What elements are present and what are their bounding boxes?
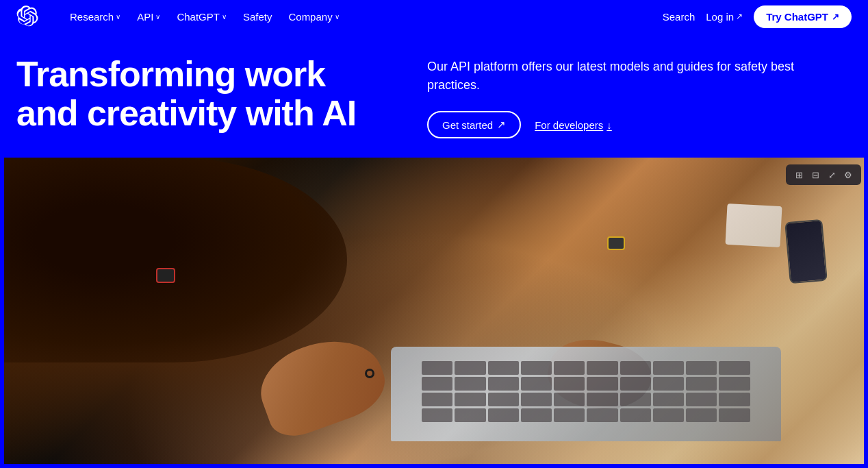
toolbar-minus-icon[interactable]: ⊟ (808, 167, 823, 182)
key (686, 393, 717, 406)
hero-left: Transforming work and creativity with AI (16, 55, 386, 133)
laptop (391, 347, 782, 441)
image-toolbar: ⊞ ⊟ ⤢ ⚙ (786, 164, 861, 185)
external-link-icon: ↗ (736, 12, 743, 21)
key (488, 408, 519, 422)
nav-safety[interactable]: Safety (236, 7, 279, 27)
key (587, 408, 617, 422)
key (554, 361, 585, 375)
arrow-icon: ↗ (497, 119, 506, 131)
key (521, 377, 552, 391)
key (554, 393, 585, 406)
key (686, 377, 717, 391)
hero-right: Our API platform offers our latest model… (427, 55, 852, 138)
key (620, 393, 651, 406)
nav-right: Search Log in ↗ Try ChatGPT ↗ (663, 5, 852, 28)
try-chatgpt-button[interactable]: Try ChatGPT ↗ (754, 5, 852, 28)
hand-ring (365, 369, 374, 378)
phone (784, 219, 828, 284)
chevron-down-icon: ∨ (116, 13, 120, 21)
key (554, 377, 585, 391)
key (587, 361, 617, 375)
nav-research[interactable]: Research ∨ (63, 7, 127, 27)
chevron-down-icon: ∨ (222, 13, 227, 21)
key (422, 361, 452, 375)
hero-buttons: Get started ↗ For developers ↓ (427, 111, 852, 138)
key (719, 361, 750, 375)
laptop-keys (422, 361, 750, 423)
key (686, 361, 717, 375)
watch-right (607, 236, 625, 250)
key (521, 393, 552, 406)
login-link[interactable]: Log in ↗ (706, 11, 743, 23)
key (455, 361, 485, 375)
for-developers-button[interactable]: For developers ↓ (535, 119, 612, 131)
key (422, 377, 452, 391)
key (455, 377, 485, 391)
toolbar-grid-icon[interactable]: ⊞ (791, 167, 806, 182)
chevron-down-icon: ∨ (335, 13, 340, 21)
key (488, 377, 519, 391)
key (422, 393, 452, 406)
key (719, 408, 750, 422)
hero-image (0, 158, 868, 468)
key (488, 361, 519, 375)
nav-api[interactable]: API ∨ (130, 7, 167, 27)
search-button[interactable]: Search (663, 7, 695, 27)
hero-description: Our API platform offers our latest model… (427, 58, 810, 95)
watch-left (156, 268, 175, 283)
hero-section: Transforming work and creativity with AI… (0, 33, 868, 158)
toolbar-expand-icon[interactable]: ⤢ (824, 167, 839, 182)
person-dark-area (0, 158, 347, 362)
hero-title: Transforming work and creativity with AI (16, 55, 386, 133)
nav-chatgpt[interactable]: ChatGPT ∨ (170, 7, 233, 27)
notebook (726, 204, 782, 247)
key (455, 393, 485, 406)
key (620, 377, 651, 391)
chevron-down-icon: ∨ (155, 13, 160, 21)
hero-image-wrapper: ⊞ ⊟ ⤢ ⚙ (0, 158, 868, 468)
openai-logo-icon (16, 5, 38, 27)
key (620, 408, 651, 422)
key (455, 408, 485, 422)
key (521, 361, 552, 375)
key (554, 408, 585, 422)
key (653, 377, 684, 391)
logo-link[interactable] (16, 5, 38, 27)
key (587, 377, 617, 391)
arrow-down-icon: ↓ (607, 119, 612, 131)
key (653, 393, 684, 406)
key (653, 361, 684, 375)
arrow-icon: ↗ (832, 12, 839, 22)
key (686, 408, 717, 422)
nav-links: Research ∨ API ∨ ChatGPT ∨ Safety Compan… (63, 7, 663, 27)
key (620, 361, 651, 375)
key (719, 393, 750, 406)
key (422, 408, 452, 422)
nav-company[interactable]: Company ∨ (281, 7, 346, 27)
key (521, 408, 552, 422)
get-started-button[interactable]: Get started ↗ (427, 111, 521, 138)
key (488, 393, 519, 406)
navbar: Research ∨ API ∨ ChatGPT ∨ Safety Compan… (0, 0, 868, 33)
key (653, 408, 684, 422)
key (587, 393, 617, 406)
toolbar-settings-icon[interactable]: ⚙ (841, 167, 856, 182)
key (719, 377, 750, 391)
